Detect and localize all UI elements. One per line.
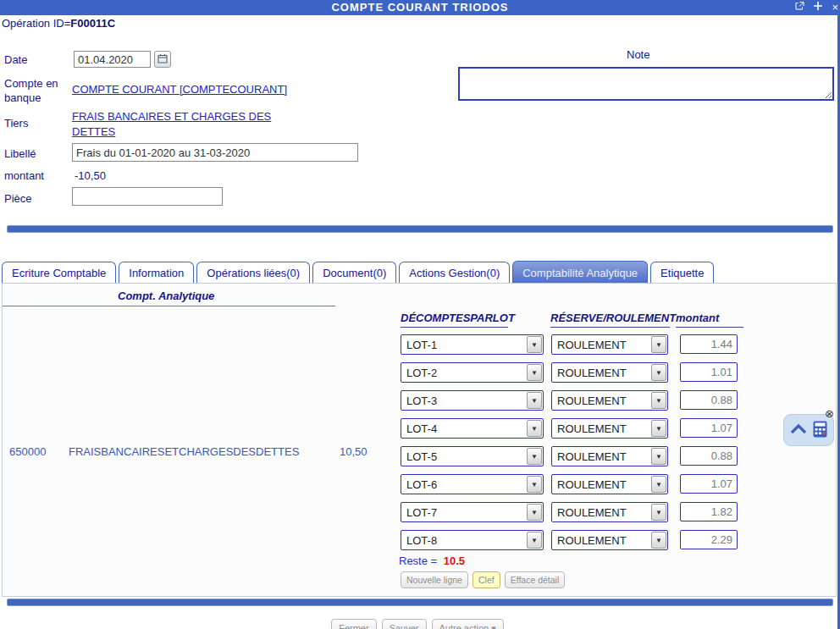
chevron-down-icon[interactable]: ▼ (527, 476, 542, 493)
tab-ecriture-comptable[interactable]: Ecriture Comptable (2, 262, 116, 283)
chevron-down-icon[interactable]: ▼ (651, 364, 666, 381)
reste-value: 10.5 (444, 555, 465, 567)
tab-information[interactable]: Information (119, 262, 194, 283)
tab-actions-gestion[interactable]: Actions Gestion(0) (399, 262, 510, 283)
reserve-select-4-value: ROULEMENT (552, 422, 651, 435)
reserve-select-2[interactable]: ROULEMENT▼ (551, 362, 668, 383)
calculator-button[interactable] (813, 421, 827, 440)
close-widget-icon[interactable]: ⊗ (825, 408, 834, 419)
chevron-down-icon[interactable]: ▼ (651, 504, 666, 521)
reserve-select-8-value: ROULEMENT (552, 534, 651, 547)
chevron-down-icon[interactable]: ▼ (527, 364, 542, 381)
chevron-down-icon[interactable]: ▼ (651, 392, 666, 409)
note-label: Note (627, 48, 649, 61)
tiers-link-line1: FRAIS BANCAIRES ET CHARGES DES DETTES (72, 110, 271, 138)
other-action-button[interactable]: Autre action ▾ (432, 619, 504, 629)
chevron-down-icon[interactable]: ▼ (651, 420, 666, 437)
bank-account-label: Compte en banque (4, 76, 65, 105)
reserve-select-5[interactable]: ROULEMENT▼ (551, 446, 668, 466)
key-button[interactable]: Clef (472, 571, 500, 588)
reserve-select-2-value: ROULEMENT (552, 367, 651, 379)
lot-select-8[interactable]: LOT-8▼ (401, 530, 544, 550)
lot-select-5[interactable]: LOT-5▼ (401, 446, 544, 466)
reserve-select-6-value: ROULEMENT (552, 478, 651, 491)
account-name: FRAISBANCAIRESETCHARGESDESDETTES (69, 445, 299, 458)
montant-label: montant (4, 169, 44, 182)
lot-select-2-value: LOT-2 (401, 367, 527, 379)
lot-select-4[interactable]: LOT-4▼ (401, 418, 544, 439)
bank-account-link[interactable]: COMPTE COURANT [COMPTECOURANT] (72, 83, 287, 96)
reserve-select-7[interactable]: ROULEMENT▼ (551, 502, 668, 522)
lot-select-1-value: LOT-1 (401, 339, 527, 351)
date-label: Date (4, 53, 27, 66)
lot-select-1[interactable]: LOT-1▼ (401, 334, 544, 355)
amount-input-6[interactable] (680, 474, 738, 494)
lot-select-7-value: LOT-7 (401, 506, 527, 519)
date-input[interactable] (74, 51, 151, 68)
lot-select-2[interactable]: LOT-2▼ (401, 362, 544, 383)
move-window-icon[interactable] (813, 1, 823, 14)
chevron-down-icon[interactable]: ▼ (527, 336, 542, 353)
reserve-select-1-value: ROULEMENT (552, 339, 651, 351)
footer-buttons: Fermer Sauver Autre action ▾ (0, 619, 835, 629)
chevron-down-icon[interactable]: ▼ (527, 448, 542, 465)
tab-comptabilite-analytique[interactable]: Comptabilité Analytique (512, 261, 648, 283)
lot-select-3-value: LOT-3 (401, 395, 527, 407)
tab-operations-liees[interactable]: Opérations liées(0) (196, 262, 310, 283)
tiers-label: Tiers (4, 117, 28, 130)
save-button[interactable]: Sauver (382, 619, 427, 629)
chevron-down-icon[interactable]: ▼ (651, 476, 666, 493)
scroll-top-button[interactable] (790, 423, 807, 437)
amount-input-8[interactable] (680, 530, 738, 549)
tab-document[interactable]: Document(0) (312, 262, 396, 283)
new-line-button[interactable]: Nouvelle ligne (401, 571, 468, 588)
chevron-down-icon[interactable]: ▼ (527, 504, 542, 521)
reserve-select-7-value: ROULEMENT (552, 506, 651, 519)
close-icon[interactable]: × (832, 2, 838, 14)
reserve-select-3[interactable]: ROULEMENT▼ (551, 390, 668, 411)
calendar-button[interactable] (154, 51, 171, 68)
libelle-input[interactable] (72, 143, 358, 162)
chevron-down-icon[interactable]: ▼ (651, 448, 666, 465)
horizontal-scrollbar-bottom[interactable] (7, 599, 833, 606)
chevron-down-icon[interactable]: ▼ (527, 392, 542, 409)
lot-select-6[interactable]: LOT-6▼ (401, 474, 544, 494)
amount-input-4[interactable] (680, 418, 738, 438)
reserve-select-8[interactable]: ROULEMENT▼ (551, 530, 668, 550)
account-number: 650000 (9, 445, 46, 458)
lot-select-6-value: LOT-6 (401, 478, 527, 491)
reste-label: Reste = (399, 555, 437, 567)
horizontal-scrollbar-top[interactable] (7, 225, 833, 233)
tab-etiquette[interactable]: Etiquette (650, 262, 714, 283)
amount-input-3[interactable] (680, 390, 738, 410)
other-action-label: Autre action (439, 623, 489, 629)
open-new-window-icon[interactable] (794, 1, 804, 14)
lot-select-5-value: LOT-5 (401, 450, 527, 463)
chevron-down-icon[interactable]: ▼ (651, 336, 666, 353)
amount-input-5[interactable] (680, 446, 738, 466)
erase-detail-button[interactable]: Efface détail (505, 571, 566, 588)
amount-input-7[interactable] (680, 502, 738, 521)
chevron-down-icon[interactable]: ▼ (527, 420, 542, 437)
lot-select-3[interactable]: LOT-3▼ (401, 390, 544, 411)
chevron-down-icon[interactable]: ▼ (651, 532, 666, 549)
libelle-label: Libellé (4, 147, 36, 160)
calendar-icon (158, 53, 168, 66)
piece-label: Pièce (4, 192, 32, 205)
amount-input-2[interactable] (680, 362, 738, 382)
reserve-select-4[interactable]: ROULEMENT▼ (551, 418, 668, 439)
operation-id-label: Opération ID= (2, 17, 70, 30)
piece-input[interactable] (72, 187, 223, 206)
note-textarea[interactable] (458, 67, 834, 101)
chevron-down-icon[interactable]: ▼ (527, 532, 542, 549)
reserve-select-3-value: ROULEMENT (552, 395, 651, 407)
section-underline (3, 306, 335, 306)
close-button[interactable]: Fermer (331, 619, 376, 629)
lot-select-7[interactable]: LOT-7▼ (401, 502, 544, 522)
reserve-select-6[interactable]: ROULEMENT▼ (551, 474, 668, 494)
window-titlebar[interactable]: COMPTE COURANT TRIODOS × (0, 0, 840, 15)
amount-input-1[interactable] (680, 334, 738, 354)
montant-value: -10,50 (75, 169, 106, 182)
lot-select-8-value: LOT-8 (401, 534, 527, 547)
reserve-select-1[interactable]: ROULEMENT▼ (551, 334, 668, 355)
